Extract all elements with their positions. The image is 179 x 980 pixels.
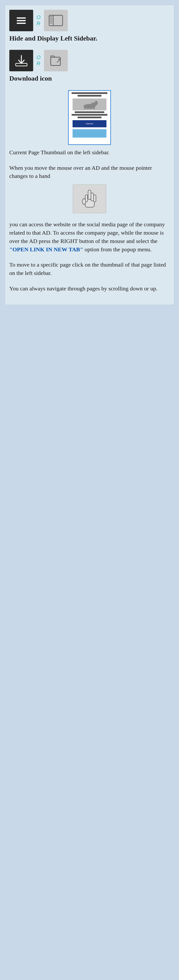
- svg-point-13: [94, 101, 98, 105]
- thumbnail-image: LIBRARY: [68, 90, 111, 145]
- sidebar-toggle-icon: [49, 14, 63, 27]
- svg-rect-5: [50, 21, 52, 22]
- download-icon: [15, 54, 28, 67]
- hand-cursor-box: [73, 185, 106, 213]
- access-website-section: you can access the website or the social…: [9, 220, 170, 253]
- access-website-text: you can access the website or the social…: [9, 220, 170, 253]
- thumb-line-1: [72, 92, 107, 94]
- hide-sidebar-title: Hide and Display Left Sidebar.: [9, 34, 170, 43]
- hand-cursor-wrapper: [9, 185, 170, 213]
- svg-rect-9: [51, 57, 60, 65]
- download-section: OR Download icon: [9, 50, 170, 83]
- svg-point-23: [82, 199, 86, 204]
- thumbnail-description-text: Current Page Thumbnail on the left sideb…: [9, 149, 110, 156]
- svg-rect-4: [50, 19, 52, 20]
- svg-rect-16: [91, 108, 92, 109]
- svg-rect-19: [88, 190, 91, 200]
- export-icon-box: [44, 50, 68, 71]
- access-website-text-before: you can access the website or the social…: [9, 221, 165, 244]
- or-label-2: OR: [37, 54, 41, 67]
- move-page-text: To move to a specific page click on the …: [9, 261, 170, 277]
- thumb-bottom: [73, 129, 106, 138]
- svg-rect-15: [87, 108, 88, 109]
- thumbnail-section: LIBRARY Current Page Thumbnail on the le…: [9, 90, 170, 157]
- thumbnail-wrapper: LIBRARY: [9, 90, 170, 145]
- hamburger-line-1: [17, 18, 26, 19]
- download-title: Download icon: [9, 74, 170, 83]
- thumb-horse-image: [73, 99, 106, 110]
- thumb-line-4: [72, 114, 107, 116]
- download-icon-box: [9, 50, 33, 71]
- svg-rect-20: [91, 193, 94, 201]
- svg-rect-3: [50, 18, 52, 18]
- hide-sidebar-icon-row: OR: [9, 10, 170, 31]
- svg-rect-14: [84, 107, 86, 109]
- thumb-line-3: [75, 111, 104, 113]
- page-wrapper: OR Hide and Display Left Sidebar.: [5, 5, 174, 305]
- hamburger-icon: [17, 18, 26, 24]
- hamburger-line-2: [17, 20, 26, 21]
- thumb-line-5: [78, 116, 101, 118]
- thumb-line-2: [78, 95, 101, 97]
- hand-cursor-icon: [80, 188, 99, 210]
- or-label-1: OR: [37, 14, 41, 27]
- hide-sidebar-section: OR Hide and Display Left Sidebar.: [9, 10, 170, 43]
- svg-rect-2: [50, 16, 52, 17]
- thumb-banner-text: LIBRARY: [86, 123, 93, 125]
- hamburger-line-3: [17, 23, 26, 24]
- sidebar-toggle-icon-box: [44, 10, 68, 31]
- hamburger-icon-box: [9, 10, 33, 31]
- access-website-text-after: option from the popup menu.: [83, 246, 152, 253]
- navigate-section: You can always navigate through pages by…: [9, 285, 170, 293]
- thumb-banner: LIBRARY: [73, 120, 106, 127]
- download-icon-row: OR: [9, 50, 170, 71]
- move-page-section: To move to a specific page click on the …: [9, 261, 170, 277]
- svg-rect-6: [50, 23, 52, 23]
- mouse-ad-section: When you move the mouse over an AD and t…: [9, 164, 170, 213]
- navigate-text: You can always navigate through pages by…: [9, 285, 170, 293]
- svg-line-10: [57, 59, 61, 62]
- svg-rect-17: [93, 108, 95, 109]
- export-icon: [50, 54, 62, 67]
- mouse-ad-text: When you move the mouse over an AD and t…: [9, 164, 170, 180]
- open-link-highlight: "OPEN LINK IN NEW TAB": [9, 246, 83, 253]
- svg-rect-21: [94, 195, 96, 202]
- thumbnail-description: Current Page Thumbnail on the left sideb…: [9, 148, 170, 157]
